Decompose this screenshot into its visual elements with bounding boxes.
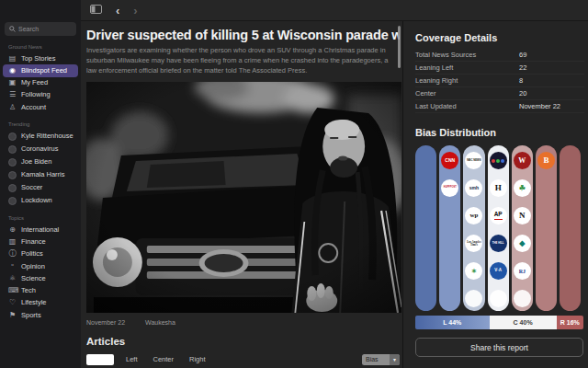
sidebar-item-label: Sports <box>21 312 41 319</box>
sort-dropdown[interactable]: Bias ▾ <box>362 354 400 365</box>
article-date: November 22 <box>86 319 125 326</box>
tab-left[interactable]: Left <box>126 355 138 363</box>
forward-button[interactable]: › <box>133 5 137 17</box>
following-icon: ☰ <box>8 91 17 98</box>
sidebar-item-kamala-harris[interactable]: Kamala Harris <box>3 168 78 181</box>
coverage-row: Center20 <box>415 87 584 100</box>
search-input[interactable]: Search <box>5 22 76 36</box>
sidebar-toggle-button[interactable] <box>90 5 102 16</box>
coverage-row-value: November 22 <box>519 102 560 110</box>
sidebar-item-politics[interactable]: ⓘPolitics <box>3 248 78 260</box>
article-photo-illustration <box>86 82 401 313</box>
sidebar-item-label: Opinion <box>21 263 45 270</box>
la-times-logo: Los Angeles Times <box>465 235 482 252</box>
sidebar-item-science[interactable]: ⚛Science <box>3 272 78 284</box>
nbc-news-logo: NBC NEWS <box>465 152 482 169</box>
sidebar-item-joe-biden[interactable]: Joe Biden <box>3 155 78 168</box>
coverage-row-label: Leaning Right <box>415 76 519 85</box>
bias-column-left: CNNHUFFPOST <box>439 145 460 311</box>
sidebar-item-label: Following <box>21 91 51 98</box>
irish-harp-logo: ☘ <box>514 179 531 197</box>
sidebar-section: TrendingKyle RittenhouseCoronavirusJoe B… <box>0 121 81 207</box>
green-masthead-logo: ✶ <box>465 262 482 280</box>
trending-avatar-icon <box>8 158 17 167</box>
coverage-row-label: Total News Sources <box>415 51 519 59</box>
sidebar-item-opinion[interactable]: “Opinion <box>3 260 78 272</box>
sidebar-item-top-stories[interactable]: ▤Top Stories <box>3 52 78 64</box>
bias-bar-segment-center: C 40% <box>490 316 557 329</box>
article-photo <box>86 82 401 313</box>
article-summary: Investigators are examining whether the … <box>86 46 397 76</box>
sidebar-item-following[interactable]: ☰Following <box>3 89 78 101</box>
trending-avatar-icon <box>8 145 17 154</box>
bias-bar-segment-right: R 16% <box>557 316 583 329</box>
sidebar-item-sports[interactable]: ⚑Sports <box>3 309 78 321</box>
article-headline: Driver suspected of killing 5 at Wiscons… <box>86 28 400 42</box>
scrollbar-thumb[interactable] <box>398 26 401 68</box>
tab-center[interactable]: Center <box>153 355 175 363</box>
search-icon <box>9 26 16 32</box>
search-placeholder: Search <box>18 26 39 32</box>
bias-column-center: HAPTHE HILLV·A <box>488 145 509 311</box>
chevron-right-icon: › <box>133 4 137 17</box>
politics-icon: ⓘ <box>8 250 17 258</box>
broadcast-network-logo <box>490 152 507 169</box>
sidebar-item-label: Account <box>21 104 46 111</box>
bias-column-far-left <box>415 145 436 311</box>
sidebar-item-blindspot-feed[interactable]: ◉Blindspot Feed <box>3 64 78 76</box>
article-view: Driver suspected of killing 5 at Wiscons… <box>81 21 402 368</box>
sidebar-item-label: Finance <box>21 238 46 246</box>
more-sources-logo <box>465 290 482 307</box>
tab-right[interactable]: Right <box>189 355 206 363</box>
sidebar-item-my-feed[interactable]: ▣My Feed <box>3 77 78 89</box>
sidebar: Search Ground News▤Top Stories◉Blindspot… <box>0 0 81 368</box>
app-window: Search Ground News▤Top Stories◉Blindspot… <box>0 0 588 368</box>
ap-logo: AP <box>490 207 507 224</box>
sidebar-section-label: Trending <box>8 121 73 127</box>
the-hill-logo: THE HILL <box>490 235 507 252</box>
sidebar-item-label: Tech <box>21 287 36 294</box>
bias-column-far-right <box>560 145 581 311</box>
tab-all[interactable] <box>86 354 114 365</box>
review-journal-logo: RJ <box>514 262 531 280</box>
bias-column-right: B <box>536 145 557 311</box>
sidebar-item-soccer[interactable]: Soccer <box>3 181 78 194</box>
voa-logo: V·A <box>490 262 507 280</box>
sidebar-item-finance[interactable]: ▥Finance <box>3 236 78 248</box>
breitbart-logo: B <box>537 152 555 169</box>
coverage-row: Last UpdatedNovember 22 <box>415 100 584 113</box>
color-dot-icon <box>501 159 504 163</box>
account-icon: ♙ <box>8 104 17 111</box>
sidebar-item-tech[interactable]: ⌨Tech <box>3 285 78 297</box>
sidebar-item-lifestyle[interactable]: ♡Lifestyle <box>3 297 78 309</box>
coverage-panel: Coverage Details Total News Sources69Lea… <box>402 21 588 368</box>
sidebar-item-kyle-rittenhouse[interactable]: Kyle Rittenhouse <box>3 130 78 143</box>
bias-column-lean-right: W☘N◆RJ <box>512 145 533 311</box>
chevron-left-icon: ‹ <box>116 4 119 17</box>
blindspot-feed-icon: ◉ <box>8 67 17 75</box>
sidebar-item-label: Lifestyle <box>21 299 47 306</box>
share-report-label: Share this report <box>470 343 528 352</box>
coverage-row-value: 20 <box>519 89 526 98</box>
coverage-row: Total News Sources69 <box>415 49 584 62</box>
share-report-button[interactable]: Share this report <box>415 338 583 357</box>
color-dot-icon <box>492 159 495 163</box>
bias-percentage-bar: L 44%C 40%R 16% <box>415 316 583 329</box>
sidebar-item-label: My Feed <box>21 79 48 86</box>
more-sources-logo <box>514 290 531 307</box>
sidebar-item-label: Blindspot Feed <box>21 67 67 75</box>
sidebar-item-label: Soccer <box>21 184 42 191</box>
washington-post-logo: wp <box>465 207 482 224</box>
sidebar-item-lockdown[interactable]: Lockdown <box>3 194 78 207</box>
diamond-masthead-logo: ◆ <box>514 235 531 252</box>
finance-icon: ▥ <box>8 238 17 246</box>
sidebar-item-coronavirus[interactable]: Coronavirus <box>3 143 78 155</box>
washington-times-logo: W <box>514 152 531 169</box>
sidebar-item-account[interactable]: ♙Account <box>3 101 78 113</box>
back-button[interactable]: ‹ <box>116 5 119 17</box>
sidebar-item-international[interactable]: ⊕International <box>3 224 78 236</box>
science-icon: ⚛ <box>8 275 17 282</box>
coverage-row-value: 22 <box>519 63 526 72</box>
sidebar-item-label: Coronavirus <box>21 145 58 153</box>
coverage-row-label: Center <box>415 89 519 98</box>
